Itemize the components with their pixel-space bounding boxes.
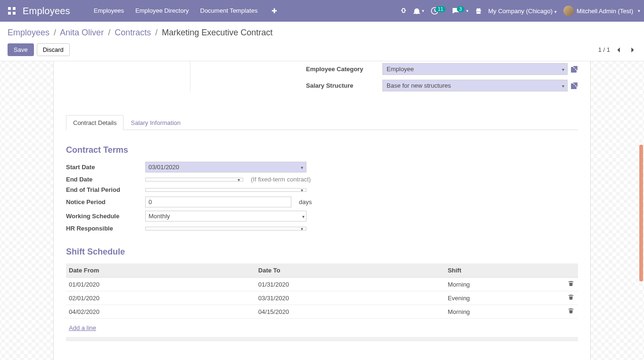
menu-employees[interactable]: Employees (94, 7, 124, 15)
apps-icon[interactable] (4, 0, 20, 22)
debug-icon[interactable] (400, 8, 407, 14)
start-date-label: Start Date (66, 164, 140, 171)
bell-icon[interactable] (413, 8, 424, 14)
cell-date-to: 03/31/2020 (256, 291, 445, 305)
trash-icon[interactable] (564, 291, 578, 305)
messages-count: 3 (457, 6, 464, 12)
add-line-link[interactable]: Add a line (69, 321, 575, 334)
cell-shift: Evening (445, 291, 564, 305)
salary-structure-field[interactable]: Base for new structures ▾ (382, 80, 568, 91)
messages-icon[interactable]: 3 (452, 7, 469, 15)
form-sheet: Employee Category Employee ▾ Sa (53, 61, 591, 360)
table-row[interactable]: 04/02/202004/15/2020Morning (66, 305, 578, 319)
notice-period-input[interactable] (145, 197, 291, 207)
menu-add-icon[interactable]: ✚ (269, 7, 280, 15)
salary-structure-value: Base for new structures (387, 82, 451, 89)
emp-category-label: Employee Category (306, 66, 378, 73)
svg-rect-1 (13, 7, 16, 10)
trash-icon[interactable] (564, 305, 578, 319)
col-date-from[interactable]: Date From (66, 263, 256, 278)
trial-period-label: End of Trial Period (66, 186, 140, 193)
chevron-down-icon: ▾ (562, 83, 564, 88)
cell-date-to: 01/31/2020 (256, 278, 445, 291)
pager: 1 / 1 (598, 46, 636, 54)
start-date-value: 03/01/2020 (149, 164, 179, 171)
notice-period-suffix: days (299, 198, 312, 206)
breadcrumb-anita[interactable]: Anita Oliver (60, 28, 104, 37)
pager-prev-icon[interactable] (615, 46, 623, 54)
breadcrumb-contracts[interactable]: Contracts (115, 28, 151, 37)
table-row[interactable]: 02/01/202003/31/2020Evening (66, 291, 578, 305)
discard-button[interactable]: Discard (37, 43, 70, 56)
tab-contract-details[interactable]: Contract Details (66, 115, 124, 130)
cell-shift: Morning (445, 305, 564, 319)
shift-schedule-heading: Shift Schedule (66, 247, 578, 257)
end-date-hint: (If fixed-term contract) (251, 176, 311, 183)
svg-rect-3 (13, 12, 16, 15)
working-schedule-field[interactable]: Monthly ▾ (145, 211, 306, 222)
breadcrumb-employees[interactable]: Employees (8, 28, 50, 37)
save-button[interactable]: Save (8, 43, 34, 56)
user-name: Mitchell Admin (Test) (577, 8, 633, 15)
emp-category-field[interactable]: Employee ▾ (382, 63, 568, 75)
end-date-label: End Date (66, 176, 140, 183)
salary-structure-label: Salary Structure (306, 82, 378, 89)
external-link-icon[interactable] (570, 66, 578, 73)
tabs: Contract Details Salary Information (66, 115, 578, 130)
menu-employee-directory[interactable]: Employee Directory (135, 7, 189, 15)
activity-count: 11 (436, 6, 446, 12)
user-menu[interactable]: Mitchell Admin (Test) (563, 6, 640, 16)
hr-responsible-field[interactable]: ▾ (145, 227, 306, 230)
chevron-down-icon: ▾ (301, 165, 303, 170)
trash-icon[interactable] (564, 278, 578, 291)
table-row[interactable]: 01/01/202001/31/2020Morning (66, 278, 578, 291)
end-date-field[interactable]: ▾ (145, 178, 243, 181)
working-schedule-label: Working Schedule (66, 213, 140, 220)
menu-document-templates[interactable]: Document Templates (200, 7, 258, 15)
tab-salary-information[interactable]: Salary Information (124, 115, 188, 130)
hr-responsible-label: HR Responsible (66, 225, 140, 232)
pager-text: 1 / 1 (598, 46, 610, 53)
cell-date-from: 01/01/2020 (66, 278, 256, 291)
col-shift[interactable]: Shift (445, 263, 564, 278)
company-switcher[interactable]: My Company (Chicago) (488, 8, 557, 15)
cell-shift: Morning (445, 278, 564, 291)
cell-date-from: 04/02/2020 (66, 305, 256, 319)
shift-table: Date From Date To Shift 01/01/202001/31/… (66, 263, 578, 341)
chevron-down-icon: ▾ (238, 177, 240, 182)
breadcrumb: Employees / Anita Oliver / Contracts / M… (8, 28, 636, 38)
emp-category-value: Employee (387, 66, 414, 73)
pager-next-icon[interactable] (628, 46, 636, 54)
app-brand[interactable]: Employees (23, 6, 70, 16)
external-link-icon[interactable] (570, 82, 578, 90)
svg-rect-2 (8, 12, 11, 15)
chevron-down-icon: ▾ (301, 187, 303, 192)
activity-icon[interactable]: 11 (431, 7, 446, 15)
breadcrumb-current: Marketing Executive Contract (162, 28, 272, 37)
gift-icon[interactable] (475, 8, 482, 14)
col-date-to[interactable]: Date To (256, 263, 445, 278)
control-panel: Employees / Anita Oliver / Contracts / M… (0, 22, 644, 61)
main-menu: Employees Employee Directory Document Te… (94, 7, 281, 15)
notice-period-label: Notice Period (66, 198, 140, 206)
cell-date-to: 04/15/2020 (256, 305, 445, 319)
cell-date-from: 02/01/2020 (66, 291, 256, 305)
svg-rect-0 (8, 7, 11, 10)
chevron-down-icon: ▾ (301, 226, 303, 231)
chevron-down-icon: ▾ (302, 214, 305, 219)
chevron-down-icon: ▾ (562, 66, 564, 72)
avatar (563, 6, 574, 16)
contract-terms-heading: Contract Terms (66, 145, 578, 155)
systray: 11 3 My Company (Chicago) Mitchell Admin… (400, 6, 640, 16)
trial-period-field[interactable]: ▾ (145, 188, 306, 192)
start-date-field[interactable]: 03/01/2020 ▾ (145, 162, 306, 173)
working-schedule-value: Monthly (149, 213, 170, 220)
top-navbar: Employees Employees Employee Directory D… (0, 0, 644, 22)
